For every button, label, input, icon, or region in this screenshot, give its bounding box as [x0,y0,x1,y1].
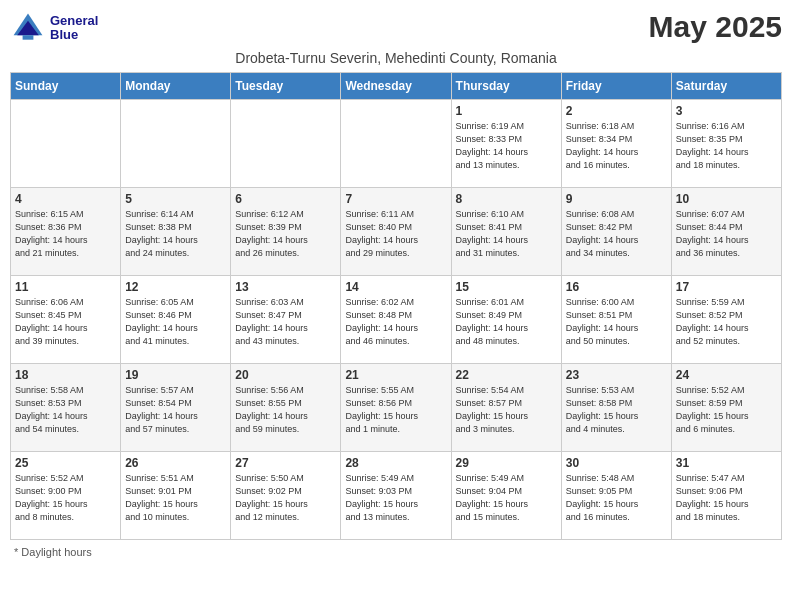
calendar-cell: 4Sunrise: 6:15 AMSunset: 8:36 PMDaylight… [11,188,121,276]
calendar-cell: 16Sunrise: 6:00 AMSunset: 8:51 PMDayligh… [561,276,671,364]
weekday-wednesday: Wednesday [341,73,451,100]
day-number: 15 [456,280,557,294]
calendar-cell [121,100,231,188]
logo-line2: Blue [50,28,98,42]
calendar-cell: 7Sunrise: 6:11 AMSunset: 8:40 PMDaylight… [341,188,451,276]
day-number: 11 [15,280,116,294]
week-row-3: 11Sunrise: 6:06 AMSunset: 8:45 PMDayligh… [11,276,782,364]
day-number: 23 [566,368,667,382]
calendar-cell: 25Sunrise: 5:52 AMSunset: 9:00 PMDayligh… [11,452,121,540]
day-number: 3 [676,104,777,118]
day-number: 29 [456,456,557,470]
day-number: 4 [15,192,116,206]
calendar-cell: 14Sunrise: 6:02 AMSunset: 8:48 PMDayligh… [341,276,451,364]
day-number: 6 [235,192,336,206]
day-info: Sunrise: 6:11 AMSunset: 8:40 PMDaylight:… [345,208,446,260]
day-info: Sunrise: 6:03 AMSunset: 8:47 PMDaylight:… [235,296,336,348]
calendar-cell: 18Sunrise: 5:58 AMSunset: 8:53 PMDayligh… [11,364,121,452]
day-info: Sunrise: 6:10 AMSunset: 8:41 PMDaylight:… [456,208,557,260]
calendar-cell: 24Sunrise: 5:52 AMSunset: 8:59 PMDayligh… [671,364,781,452]
calendar: SundayMondayTuesdayWednesdayThursdayFrid… [10,72,782,540]
calendar-cell: 22Sunrise: 5:54 AMSunset: 8:57 PMDayligh… [451,364,561,452]
day-info: Sunrise: 6:14 AMSunset: 8:38 PMDaylight:… [125,208,226,260]
day-number: 12 [125,280,226,294]
weekday-friday: Friday [561,73,671,100]
calendar-cell: 3Sunrise: 6:16 AMSunset: 8:35 PMDaylight… [671,100,781,188]
week-row-1: 1Sunrise: 6:19 AMSunset: 8:33 PMDaylight… [11,100,782,188]
day-number: 28 [345,456,446,470]
calendar-cell: 26Sunrise: 5:51 AMSunset: 9:01 PMDayligh… [121,452,231,540]
day-number: 7 [345,192,446,206]
day-number: 17 [676,280,777,294]
calendar-cell: 6Sunrise: 6:12 AMSunset: 8:39 PMDaylight… [231,188,341,276]
day-info: Sunrise: 6:07 AMSunset: 8:44 PMDaylight:… [676,208,777,260]
day-info: Sunrise: 6:01 AMSunset: 8:49 PMDaylight:… [456,296,557,348]
day-info: Sunrise: 6:12 AMSunset: 8:39 PMDaylight:… [235,208,336,260]
weekday-saturday: Saturday [671,73,781,100]
day-info: Sunrise: 5:48 AMSunset: 9:05 PMDaylight:… [566,472,667,524]
calendar-cell: 31Sunrise: 5:47 AMSunset: 9:06 PMDayligh… [671,452,781,540]
day-info: Sunrise: 6:00 AMSunset: 8:51 PMDaylight:… [566,296,667,348]
day-info: Sunrise: 6:08 AMSunset: 8:42 PMDaylight:… [566,208,667,260]
day-info: Sunrise: 5:58 AMSunset: 8:53 PMDaylight:… [15,384,116,436]
calendar-cell: 19Sunrise: 5:57 AMSunset: 8:54 PMDayligh… [121,364,231,452]
calendar-cell: 21Sunrise: 5:55 AMSunset: 8:56 PMDayligh… [341,364,451,452]
weekday-thursday: Thursday [451,73,561,100]
page-header: General Blue May 2025 [10,10,782,46]
day-info: Sunrise: 6:19 AMSunset: 8:33 PMDaylight:… [456,120,557,172]
day-number: 16 [566,280,667,294]
calendar-cell: 10Sunrise: 6:07 AMSunset: 8:44 PMDayligh… [671,188,781,276]
day-number: 5 [125,192,226,206]
logo-icon [10,10,46,46]
calendar-cell [231,100,341,188]
calendar-cell: 11Sunrise: 6:06 AMSunset: 8:45 PMDayligh… [11,276,121,364]
day-info: Sunrise: 6:16 AMSunset: 8:35 PMDaylight:… [676,120,777,172]
day-info: Sunrise: 5:56 AMSunset: 8:55 PMDaylight:… [235,384,336,436]
day-number: 10 [676,192,777,206]
day-number: 27 [235,456,336,470]
weekday-header-row: SundayMondayTuesdayWednesdayThursdayFrid… [11,73,782,100]
day-number: 14 [345,280,446,294]
week-row-5: 25Sunrise: 5:52 AMSunset: 9:00 PMDayligh… [11,452,782,540]
calendar-cell: 8Sunrise: 6:10 AMSunset: 8:41 PMDaylight… [451,188,561,276]
day-info: Sunrise: 5:55 AMSunset: 8:56 PMDaylight:… [345,384,446,436]
calendar-cell [11,100,121,188]
calendar-cell: 15Sunrise: 6:01 AMSunset: 8:49 PMDayligh… [451,276,561,364]
day-info: Sunrise: 5:50 AMSunset: 9:02 PMDaylight:… [235,472,336,524]
day-number: 31 [676,456,777,470]
logo: General Blue [10,10,98,46]
day-number: 24 [676,368,777,382]
calendar-cell [341,100,451,188]
day-number: 8 [456,192,557,206]
day-info: Sunrise: 5:49 AMSunset: 9:04 PMDaylight:… [456,472,557,524]
day-number: 13 [235,280,336,294]
footer-note: * Daylight hours [10,546,782,558]
day-number: 20 [235,368,336,382]
day-info: Sunrise: 5:52 AMSunset: 8:59 PMDaylight:… [676,384,777,436]
day-number: 2 [566,104,667,118]
calendar-cell: 17Sunrise: 5:59 AMSunset: 8:52 PMDayligh… [671,276,781,364]
calendar-cell: 1Sunrise: 6:19 AMSunset: 8:33 PMDaylight… [451,100,561,188]
title-block: May 2025 [649,10,782,44]
day-info: Sunrise: 5:52 AMSunset: 9:00 PMDaylight:… [15,472,116,524]
day-info: Sunrise: 6:02 AMSunset: 8:48 PMDaylight:… [345,296,446,348]
day-number: 9 [566,192,667,206]
day-info: Sunrise: 6:15 AMSunset: 8:36 PMDaylight:… [15,208,116,260]
day-number: 21 [345,368,446,382]
day-number: 1 [456,104,557,118]
day-info: Sunrise: 6:05 AMSunset: 8:46 PMDaylight:… [125,296,226,348]
logo-line1: General [50,14,98,28]
day-info: Sunrise: 5:51 AMSunset: 9:01 PMDaylight:… [125,472,226,524]
calendar-table: SundayMondayTuesdayWednesdayThursdayFrid… [10,72,782,540]
calendar-cell: 2Sunrise: 6:18 AMSunset: 8:34 PMDaylight… [561,100,671,188]
day-info: Sunrise: 5:57 AMSunset: 8:54 PMDaylight:… [125,384,226,436]
calendar-cell: 12Sunrise: 6:05 AMSunset: 8:46 PMDayligh… [121,276,231,364]
svg-rect-2 [23,35,34,40]
subtitle: Drobeta-Turnu Severin, Mehedinti County,… [10,50,782,66]
day-info: Sunrise: 5:59 AMSunset: 8:52 PMDaylight:… [676,296,777,348]
calendar-cell: 28Sunrise: 5:49 AMSunset: 9:03 PMDayligh… [341,452,451,540]
footer-note-text: Daylight hours [21,546,91,558]
calendar-cell: 23Sunrise: 5:53 AMSunset: 8:58 PMDayligh… [561,364,671,452]
day-number: 22 [456,368,557,382]
week-row-2: 4Sunrise: 6:15 AMSunset: 8:36 PMDaylight… [11,188,782,276]
